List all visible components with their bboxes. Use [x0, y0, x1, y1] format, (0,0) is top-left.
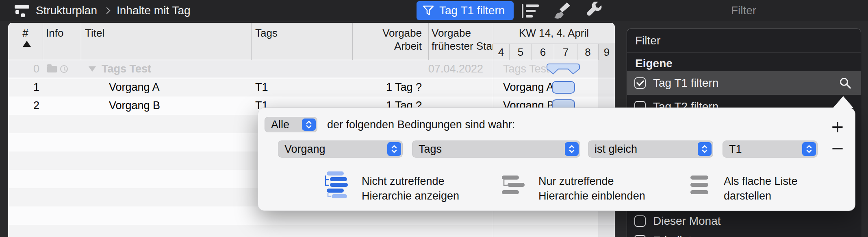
checkbox-checked-icon[interactable]	[634, 77, 646, 89]
breadcrumb-item-view[interactable]: Strukturplan	[36, 4, 97, 17]
flat-list-icon	[690, 171, 710, 198]
column-header-earliest-start[interactable]: Vorgabe frühester Start	[432, 26, 493, 53]
option-label: Nur zutreffende Hierarchie einblenden	[538, 171, 645, 203]
popup-chevrons-icon	[387, 142, 401, 156]
day-header: 7	[554, 44, 577, 60]
table-row-group[interactable]: 0 Tags Test 07.04.2022 Tags Test	[8, 60, 615, 78]
disclosure-triangle-icon[interactable]	[89, 66, 96, 72]
gantt-bar-label: Vorgang A	[503, 78, 554, 97]
earliest-start-cell: 07.04.2022	[428, 60, 493, 78]
inspector-caption: Filter	[703, 0, 784, 21]
top-toolbar: Strukturplan Inhalte mit Tag Tag T1 filt…	[0, 0, 868, 21]
option-label: Als flache Liste darstellen	[724, 171, 798, 203]
folder-icon	[47, 66, 57, 72]
sort-ascending-icon	[23, 41, 31, 47]
day-header: 6	[532, 44, 554, 60]
format-button[interactable]	[552, 3, 571, 19]
condition-subject-popup[interactable]: Vorgang	[278, 140, 403, 158]
condition-operator-popup[interactable]: ist gleich	[588, 140, 713, 158]
option-show-matching-hierarchy[interactable]: Nur zutreffende Hierarchie einblenden	[502, 171, 645, 203]
checkbox-unchecked-icon[interactable]	[634, 235, 646, 237]
work-cell: 1 Tag ?	[352, 78, 425, 97]
breadcrumb-item-filterset[interactable]: Inhalte mit Tag	[117, 4, 191, 17]
column-header-number[interactable]: #	[8, 26, 43, 40]
hierarchy-gray-icon	[502, 171, 525, 198]
option-label: Nicht zutreffende Hierarchie anzeigen	[362, 171, 459, 203]
row-number: 1	[8, 78, 39, 97]
panel-divider	[627, 53, 861, 53]
panel-title: Filter	[635, 29, 660, 53]
outline-view-button[interactable]	[522, 3, 540, 19]
quantifier-popup[interactable]: Alle	[265, 117, 317, 132]
row-number: 2	[8, 97, 39, 115]
title-cell: Vorgang B	[109, 97, 160, 115]
title-cell: Vorgang A	[109, 78, 160, 97]
day-header: 5	[509, 44, 532, 60]
wrench-icon	[585, 2, 604, 20]
settings-button[interactable]	[585, 3, 604, 19]
day-header-weekend: 9	[598, 44, 615, 60]
popup-chevrons-icon	[565, 142, 579, 156]
info-cell	[47, 60, 68, 78]
conditions-intro-label: der folgenden Bedingungen sind wahr:	[327, 117, 515, 132]
column-header-info[interactable]: Info	[46, 26, 63, 40]
column-header-title[interactable]: Titel	[85, 26, 104, 40]
breadcrumb-chevron-icon	[103, 7, 110, 14]
filter-label: Erledigt	[653, 231, 692, 237]
checkbox-unchecked-icon[interactable]	[634, 215, 646, 227]
option-show-nonmatching-hierarchy[interactable]: Nicht zutreffende Hierarchie anzeigen	[323, 171, 459, 203]
tags-cell: T1	[255, 78, 268, 97]
breadcrumb: Strukturplan Inhalte mit Tag	[36, 0, 191, 21]
hierarchy-dimmed-icon	[323, 171, 348, 198]
funnel-icon	[422, 4, 434, 17]
outline-icon	[522, 4, 540, 18]
clock-icon	[60, 65, 68, 73]
popover-arrow	[833, 96, 854, 108]
column-header-tags[interactable]: Tags	[255, 26, 278, 40]
gantt-task-bar[interactable]	[552, 81, 575, 94]
title-cell: Tags Test	[89, 60, 151, 78]
empty-row	[8, 225, 615, 237]
edit-filter-loupe-icon[interactable]	[839, 77, 852, 90]
filter-label: Dieser Monat	[653, 211, 721, 231]
condition-value-popup[interactable]: T1	[723, 140, 818, 158]
condition-field-popup[interactable]: Tags	[412, 140, 580, 158]
filter-label: Tag T1 filtern	[653, 71, 718, 95]
gantt-day-header: 4 5 6 7 8 9	[493, 44, 615, 60]
popup-chevrons-icon	[802, 142, 816, 156]
day-header: 8	[577, 44, 598, 60]
popup-chevrons-icon	[698, 142, 712, 156]
filter-row-tag-t1[interactable]: Tag T1 filtern	[627, 71, 861, 95]
option-flat-list[interactable]: Als flache Liste darstellen	[690, 171, 798, 203]
column-header-work[interactable]: Vorgabe Arbeit	[352, 26, 425, 53]
view-structure-icon[interactable]	[15, 5, 29, 17]
active-filter-label: Tag T1 filtern	[439, 4, 505, 17]
row-number: 0	[8, 60, 39, 78]
table-row[interactable]: 1 Vorgang A T1 1 Tag ? Vorgang A	[8, 78, 615, 97]
filter-row-dieser-monat[interactable]: Dieser Monat	[627, 211, 861, 231]
section-header-eigene: Eigene	[635, 54, 673, 73]
gantt-bar-label: Tags Test	[503, 60, 549, 78]
remove-condition-button[interactable]: −	[827, 138, 848, 159]
filter-editor-popover: Alle der folgenden Bedingungen sind wahr…	[258, 108, 855, 211]
gantt-summary-bar[interactable]	[547, 64, 580, 75]
add-condition-button[interactable]: +	[827, 117, 848, 138]
active-filter-button[interactable]: Tag T1 filtern	[417, 1, 514, 20]
day-header: 4	[493, 44, 509, 60]
popup-chevrons-icon	[302, 118, 316, 131]
gantt-week-header: KW 14, 4. April	[493, 23, 615, 44]
paintbrush-icon	[552, 2, 571, 20]
table-header: # Info Titel Tags Vorgabe Arbeit Vorgabe…	[8, 23, 615, 60]
filter-row-erledigt[interactable]: Erledigt	[627, 231, 861, 237]
